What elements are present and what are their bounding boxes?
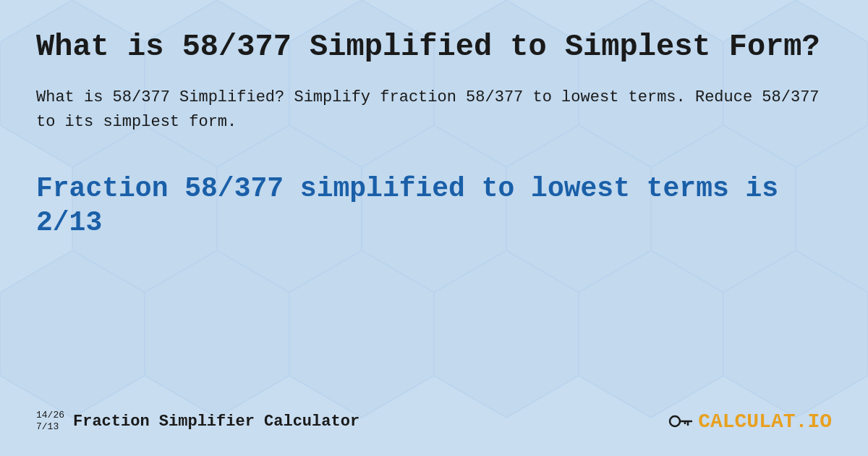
- footer-fractions: 14/26 7/13: [36, 410, 64, 432]
- svg-point-19: [670, 416, 680, 426]
- fraction-top: 14/26: [36, 410, 64, 421]
- description-text: What is 58/377 Simplified? Simplify frac…: [36, 85, 832, 135]
- logo-accent: .IO: [796, 410, 832, 433]
- main-title: What is 58/377 Simplified to Simplest Fo…: [36, 29, 832, 65]
- footer-logo: CALCULAT.IO: [668, 408, 832, 434]
- fraction-bottom: 7/13: [36, 421, 64, 433]
- site-label: Fraction Simplifier Calculator: [73, 413, 359, 431]
- logo-text: CALCULAT.IO: [698, 410, 832, 433]
- footer: 14/26 7/13 Fraction Simplifier Calculato…: [36, 408, 832, 434]
- result-section: Fraction 58/377 simplified to lowest ter…: [36, 172, 832, 240]
- logo-main: CALCULAT: [698, 410, 795, 433]
- logo-icon: [668, 408, 694, 434]
- result-text: Fraction 58/377 simplified to lowest ter…: [36, 172, 832, 240]
